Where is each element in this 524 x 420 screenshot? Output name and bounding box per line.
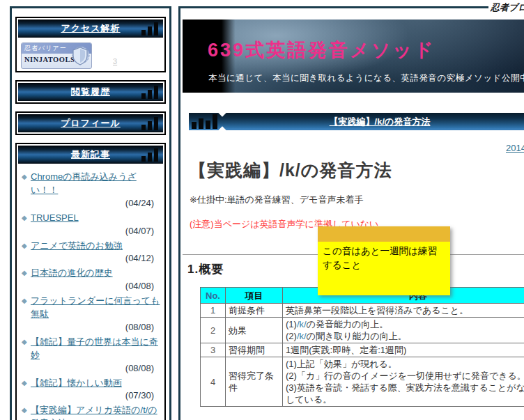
visitor-counter[interactable]: 3: [113, 57, 117, 65]
access-analysis-content: 忍者バリアー NINJATOOLS 3: [17, 39, 164, 71]
access-analysis-header: アクセス解析: [18, 20, 163, 38]
list-item: ◆ Chromeの再読み込みうざい！！: [20, 171, 161, 197]
bar-chart-icon: [139, 22, 158, 36]
recent-article-link[interactable]: アニメで英語のお勉強: [31, 240, 123, 251]
column-header-no: No.: [201, 288, 226, 304]
access-analysis-title[interactable]: アクセス解析: [61, 22, 120, 35]
row-no: 3: [201, 343, 226, 357]
recent-articles-title[interactable]: 最新記事: [71, 148, 110, 161]
bar-chart-icon: [139, 117, 158, 130]
history-header: 閲覧履歴: [18, 83, 163, 101]
table-row: 4 習得完了条件 (1)上記「効果」が現れる。 (2)「カ」行の音のイメージを一…: [201, 357, 524, 407]
sticky-note-header: [318, 226, 450, 242]
section-history: 閲覧履歴: [15, 80, 166, 104]
k-phoneme-link[interactable]: /k/: [297, 319, 307, 329]
recent-article-date: (08/08): [20, 321, 161, 336]
row-no: 2: [201, 318, 226, 343]
column-header-item: 項目: [226, 288, 283, 304]
diamond-bullet-icon: ◆: [22, 378, 27, 389]
section-recent-articles: 最新記事 ◆ Chromeの再読み込みうざい！！ (04/24) ◆ TRUES…: [15, 143, 166, 420]
history-title[interactable]: 閲覧履歴: [71, 86, 110, 98]
list-item: ◆ 日本語の進化の歴史: [20, 267, 161, 280]
row-no: 4: [201, 357, 226, 407]
recent-article-link[interactable]: Chromeの再読み込みうざい！！: [31, 171, 137, 195]
list-item: ◆ フラットランダーに何言っても無駄: [20, 295, 161, 321]
sticky-note-tooltip: この音はあと一週間は練習すること: [318, 226, 450, 295]
sidebar-frame: アクセス解析 忍者バリアー NINJATOOLS 3: [10, 6, 171, 420]
list-item: ◆ TRUESPEL: [20, 212, 161, 225]
diamond-bullet-icon: ◆: [22, 268, 27, 279]
recent-articles-list: ◆ Chromeの再読み込みうざい！！ (04/24) ◆ TRUESPEL (…: [17, 165, 164, 420]
content-text: (1): [286, 319, 297, 329]
bar-chart-icon: [192, 114, 219, 129]
recent-articles-header: 最新記事: [18, 146, 163, 164]
table-row: 2 効果 (1)/k/の発音能力の向上。 (2)/k/の聞き取り能力の向上。: [201, 318, 524, 343]
bar-chart-icon: [139, 148, 158, 162]
diamond-bullet-icon: ◆: [22, 172, 27, 182]
content-line: している。: [286, 394, 524, 405]
row-content: 英語鼻第一段階以上を習得済みであること。: [283, 304, 524, 318]
content-line: (2)「カ」行の音のイメージを一切使用せずに発音できる。: [286, 370, 524, 382]
recent-article-date: (04/12): [20, 252, 161, 267]
recent-article-link[interactable]: フラットランダーに何言っても無駄: [31, 295, 160, 319]
entry-title: 【実践編】/k/の発音方法: [189, 159, 392, 182]
profile-header: プロフィール: [18, 114, 163, 132]
content-text: の発音能力の向上。: [307, 319, 389, 329]
recent-article-date: (08/08): [20, 362, 161, 377]
row-item: 前提条件: [226, 304, 283, 318]
recent-article-link[interactable]: 【実践編】アメリカ英語の/t/の発音方法(1): [31, 405, 157, 420]
entry-nav-title-link[interactable]: 【実践編】/k/の発音方法: [189, 113, 524, 130]
profile-title[interactable]: プロフィール: [61, 117, 121, 130]
overview-heading: 1.概要: [187, 261, 224, 277]
recent-article-date: (04/24): [20, 197, 161, 212]
section-access-analysis: アクセス解析 忍者バリアー NINJATOOLS 3: [15, 17, 166, 72]
blog-header-banner[interactable]: 639式英語発音メソッド 本当に通じて、本当に聞き取れるようになる、英語発音の究…: [183, 20, 524, 93]
row-item: 習得期間: [226, 343, 283, 357]
recent-article-date: (04/07): [20, 225, 161, 240]
diamond-bullet-icon: ◆: [22, 241, 27, 251]
sticky-note-text: この音はあと一週間は練習すること: [318, 242, 450, 295]
table-row: 3 習得期間 1週間(実践:即時、定着:1週間): [201, 343, 524, 357]
ninja-blog-brand[interactable]: 忍者ブログ: [488, 1, 524, 14]
status-note: ※仕掛中:単語の発音練習、デモ音声未着手: [190, 194, 363, 206]
recent-article-link[interactable]: 【雑記】量子の世界は本当に奇妙: [31, 336, 158, 360]
overview-table: No. 項目 内容 1 前提条件 英語鼻第一段階以上を習得済みであること。 2 …: [200, 287, 524, 407]
content-line: (3)英語を音読・発話する際、実践方法を意識することがなくなるまで: [286, 382, 524, 394]
row-content: 1週間(実践:即時、定着:1週間): [283, 343, 524, 357]
shield-icon: [70, 45, 91, 66]
row-content: (1)/k/の発音能力の向上。 (2)/k/の聞き取り能力の向上。: [283, 318, 524, 343]
blog-title: 639式英語発音メソッド: [208, 38, 436, 63]
content-line: (1)上記「効果」が現れる。: [286, 358, 524, 370]
bar-chart-icon: [139, 86, 158, 99]
content-text: (2): [286, 331, 297, 341]
content-text: の聞き取り能力の向上。: [307, 331, 407, 341]
list-item: ◆ 【雑記】量子の世界は本当に奇妙: [20, 336, 161, 362]
recent-article-link[interactable]: 【雑記】懐かしい動画: [31, 378, 122, 388]
entry-nav-bar: 【実践編】/k/の発音方法: [189, 113, 524, 130]
recent-article-date: (04/08): [20, 280, 161, 295]
recent-article-link[interactable]: 日本語の進化の歴史: [31, 267, 113, 278]
row-item: 効果: [226, 318, 283, 343]
ninja-tools-badge[interactable]: 忍者バリアー NINJATOOLS: [21, 42, 92, 69]
section-profile: プロフィール: [15, 111, 166, 135]
recent-article-link[interactable]: TRUESPEL: [31, 212, 79, 223]
table-row: 1 前提条件 英語鼻第一段階以上を習得済みであること。: [201, 304, 524, 318]
blog-subtitle: 本当に通じて、本当に聞き取れるようになる、英語発音の究極メソッド公開中！: [208, 72, 524, 84]
list-item: ◆ アニメで英語のお勉強: [20, 240, 161, 253]
diamond-bullet-icon: ◆: [22, 337, 27, 348]
diamond-bullet-icon: ◆: [22, 296, 27, 306]
diamond-bullet-icon: ◆: [22, 213, 27, 224]
diamond-bullet-icon: ◆: [22, 405, 27, 416]
list-item: ◆ 【実践編】アメリカ英語の/t/の発音方法(1): [20, 404, 161, 420]
list-item: ◆ 【雑記】懐かしい動画: [20, 377, 161, 390]
main-content-frame: 639式英語発音メソッド 本当に通じて、本当に聞き取れるようになる、英語発音の究…: [178, 6, 524, 420]
row-no: 1: [201, 304, 226, 318]
row-item: 習得完了条件: [226, 357, 283, 407]
recent-article-date: (07/30): [20, 389, 161, 404]
k-phoneme-link[interactable]: /k/: [297, 331, 307, 341]
entry-date-link[interactable]: 2014: [506, 143, 524, 153]
row-content: (1)上記「効果」が現れる。 (2)「カ」行の音のイメージを一切使用せずに発音で…: [283, 357, 524, 407]
